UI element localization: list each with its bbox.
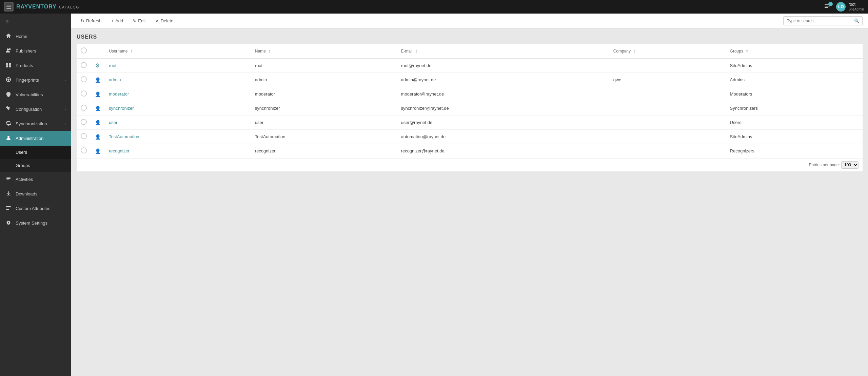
topbar-right: 0 LO root SiteAdmin xyxy=(824,2,864,12)
row-username-1[interactable]: admin xyxy=(105,73,251,87)
row-username-2[interactable]: moderator xyxy=(105,87,251,101)
configuration-arrow: › xyxy=(65,107,66,111)
user-icon: 👤 xyxy=(95,106,101,111)
row-icon-4: 👤 xyxy=(91,116,105,130)
col-email[interactable]: E-mail ⇕ xyxy=(397,44,609,58)
sidebar-label-users: Users xyxy=(16,150,27,155)
search-box: 🔍 xyxy=(783,16,863,25)
sidebar-item-fingerprints[interactable]: Fingerprints › xyxy=(0,73,71,87)
sidebar-item-publishers[interactable]: Publishers xyxy=(0,44,71,58)
synchronization-icon xyxy=(5,121,12,127)
row-icon-2: 👤 xyxy=(91,87,105,101)
table-header-row: Username ⇕ Name ⇕ E-mail ⇕ xyxy=(77,44,863,58)
user-icon: 👤 xyxy=(95,148,101,154)
row-company-0 xyxy=(609,58,726,73)
svg-rect-2 xyxy=(6,6,11,7)
delete-button[interactable]: ✕ Delete xyxy=(151,16,178,25)
user-icon: 👤 xyxy=(95,120,101,125)
entries-select-input[interactable]: 100 50 25 xyxy=(841,161,859,169)
svg-rect-9 xyxy=(6,63,8,65)
sidebar-item-system-settings[interactable]: System Settings xyxy=(0,216,71,230)
table-row: 👤adminadminadmin@raynet.deqweAdmins xyxy=(77,73,863,87)
select-all-checkbox[interactable] xyxy=(81,47,87,54)
administration-icon xyxy=(5,135,12,142)
row-username-6[interactable]: recognizer xyxy=(105,144,251,158)
col-groups[interactable]: Groups ⇕ xyxy=(726,44,863,58)
row-checkbox-0[interactable] xyxy=(81,62,87,68)
row-name-1: admin xyxy=(251,73,397,87)
notifications-button[interactable]: 0 xyxy=(824,3,831,10)
sidebar-item-custom-attributes[interactable]: Custom Attributes xyxy=(0,201,71,216)
edit-label: Edit xyxy=(138,18,145,23)
refresh-label: Refresh xyxy=(86,18,102,23)
row-username-5[interactable]: TestAutomation xyxy=(105,130,251,144)
table-row: 👤recognizerrecognizerrecognizer@raynet.d… xyxy=(77,144,863,158)
add-button[interactable]: + Add xyxy=(107,16,127,25)
fingerprints-icon xyxy=(5,77,12,83)
row-checkbox-3[interactable] xyxy=(81,105,87,111)
svg-point-7 xyxy=(7,48,9,50)
row-username-4[interactable]: user xyxy=(105,116,251,130)
table-row: 👤useruseruser@raynet.deUsers xyxy=(77,116,863,130)
search-icon: 🔍 xyxy=(851,17,862,25)
row-name-0: root xyxy=(251,58,397,73)
custom-attributes-icon xyxy=(5,205,12,212)
groups-sort-icon: ⇕ xyxy=(746,49,748,53)
sidebar-label-custom-attributes: Custom Attributes xyxy=(16,206,51,211)
vulnerabilities-icon xyxy=(5,91,12,98)
sidebar-item-groups[interactable]: Groups xyxy=(0,159,71,172)
user-info: root SiteAdmin xyxy=(848,2,864,12)
col-company[interactable]: Company ⇕ xyxy=(609,44,726,58)
sidebar-item-home[interactable]: Home xyxy=(0,29,71,44)
refresh-button[interactable]: ↻ Refresh xyxy=(77,16,106,25)
col-company-label: Company xyxy=(613,49,631,54)
row-company-3 xyxy=(609,101,726,116)
sidebar: ≡ Home Publishers Products Fingerprints xyxy=(0,14,71,376)
row-company-2 xyxy=(609,87,726,101)
svg-rect-10 xyxy=(9,63,11,65)
delete-icon: ✕ xyxy=(155,18,159,23)
row-username-0[interactable]: root xyxy=(105,58,251,73)
sidebar-item-products[interactable]: Products xyxy=(0,58,71,73)
row-icon-6: 👤 xyxy=(91,144,105,158)
user-name: root xyxy=(848,2,864,7)
content-area: ↻ Refresh + Add ✎ Edit ✕ Delete 🔍 USERS xyxy=(71,14,868,376)
col-username[interactable]: Username ⇕ xyxy=(105,44,251,58)
row-checkbox-1[interactable] xyxy=(81,76,87,82)
sidebar-item-configuration[interactable]: Configuration › xyxy=(0,102,71,117)
row-username-3[interactable]: synchronizer xyxy=(105,101,251,116)
admin-icon: ⚙ xyxy=(95,63,100,68)
row-checkbox-4[interactable] xyxy=(81,119,87,125)
row-email-0: root@raynet.de xyxy=(397,58,609,73)
row-checkbox-2[interactable] xyxy=(81,90,87,97)
row-select-6 xyxy=(77,144,91,158)
row-select-3 xyxy=(77,101,91,116)
sidebar-item-users[interactable]: Users xyxy=(0,146,71,159)
search-input[interactable] xyxy=(784,17,851,25)
sidebar-item-activities[interactable]: Activities xyxy=(0,172,71,187)
svg-rect-14 xyxy=(6,177,11,177)
row-company-5 xyxy=(609,130,726,144)
row-checkbox-6[interactable] xyxy=(81,147,87,153)
row-company-1: qwe xyxy=(609,73,726,87)
company-sort-icon: ⇕ xyxy=(633,49,636,53)
sidebar-item-downloads[interactable]: Downloads xyxy=(0,187,71,201)
downloads-icon xyxy=(5,191,12,197)
sidebar-item-synchronization[interactable]: Synchronization › xyxy=(0,117,71,131)
edit-button[interactable]: ✎ Edit xyxy=(129,16,150,25)
sidebar-item-vulnerabilities[interactable]: Vulnerabilities xyxy=(0,87,71,102)
entries-label: Entries per page: xyxy=(809,163,840,167)
user-menu[interactable]: LO root SiteAdmin xyxy=(836,2,864,12)
hamburger-button[interactable]: ≡ xyxy=(0,14,71,29)
row-email-6: recognizer@raynet.de xyxy=(397,144,609,158)
row-company-4 xyxy=(609,116,726,130)
sidebar-item-administration[interactable]: Administration › xyxy=(0,131,71,146)
logo-sub: CATALOG xyxy=(59,5,79,9)
col-username-label: Username xyxy=(109,49,127,54)
row-checkbox-5[interactable] xyxy=(81,133,87,139)
add-label: Add xyxy=(115,18,123,23)
col-name[interactable]: Name ⇕ xyxy=(251,44,397,58)
sidebar-label-synchronization: Synchronization xyxy=(16,121,47,126)
synchronization-arrow: › xyxy=(65,122,66,126)
svg-point-13 xyxy=(7,136,9,138)
